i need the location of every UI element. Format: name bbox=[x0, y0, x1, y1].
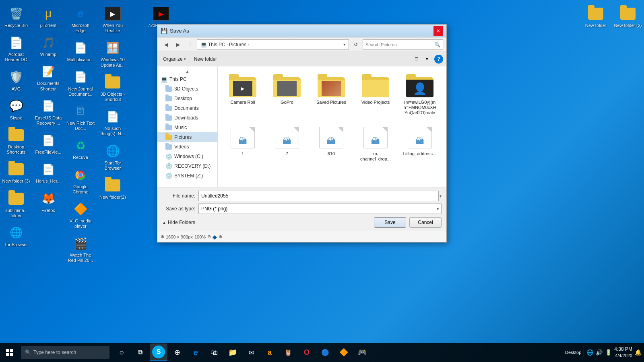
savetype-select[interactable]: PNG (*.png) ▾ bbox=[198, 204, 442, 214]
nav-pane: ▲ 💻 This PC 3D Objects Desktop bbox=[157, 66, 218, 187]
gopro-folder-icon bbox=[272, 74, 301, 98]
folder-3d-icon bbox=[165, 86, 172, 92]
dialog-statusbar: ⊕ 644 × 362px 100% ⊖ ◆ ⊕ bbox=[157, 231, 446, 242]
file-item-video-projects[interactable]: Video Projects bbox=[355, 71, 396, 119]
nav-item-recovery-d[interactable]: 💿 RECOVERY (D:) bbox=[157, 161, 217, 171]
folder-pictures-icon bbox=[165, 134, 172, 140]
address-dropdown[interactable]: ▾ bbox=[343, 42, 345, 47]
filename-dropdown[interactable]: ▾ bbox=[439, 194, 442, 198]
drive-d-icon: 💿 bbox=[165, 163, 172, 169]
image-7-icon: 🏔 bbox=[272, 125, 301, 150]
save-button[interactable]: Save bbox=[374, 217, 406, 228]
folder-music-icon bbox=[165, 124, 172, 131]
zoom-plus-btn[interactable]: ⊕ bbox=[219, 234, 222, 239]
status-dimensions: 644 × 362px bbox=[166, 234, 193, 239]
zoom-minus[interactable]: ⊕ bbox=[161, 234, 164, 239]
address-breadcrumb: 💻 This PC › Pictures › bbox=[200, 41, 249, 47]
refresh-button[interactable]: ↺ bbox=[351, 39, 361, 50]
search-input[interactable] bbox=[365, 42, 433, 47]
help-button[interactable]: ? bbox=[434, 55, 443, 64]
folder-desktop-icon bbox=[165, 95, 172, 102]
search-box[interactable]: 🔍 bbox=[363, 39, 443, 50]
savetype-label: Save as type: bbox=[162, 206, 198, 212]
filename-label: File name: bbox=[162, 193, 198, 199]
status-zoom-control: ⊕ 644 × 362px 100% ⊖ ◆ ⊕ bbox=[161, 234, 222, 240]
file-item-saved-pictures[interactable]: Saved Pictures bbox=[311, 71, 351, 119]
dialog-title-icon: 💾 bbox=[161, 28, 167, 34]
filename-input[interactable] bbox=[198, 191, 439, 201]
nav-item-this-pc[interactable]: 💻 This PC bbox=[157, 74, 217, 84]
file-item-gopro[interactable]: GoPro bbox=[267, 71, 307, 119]
file-item-7[interactable]: 🏔 7 bbox=[267, 123, 307, 165]
image-ko-channel-icon: 🏔 bbox=[361, 125, 390, 150]
file-item-camera-roll[interactable]: ▶ Camera Roll bbox=[223, 71, 263, 119]
organize-button[interactable]: Organize ▾ bbox=[161, 55, 188, 63]
folder-downloads-icon bbox=[165, 115, 172, 121]
savetype-row: Save as type: PNG (*.png) ▾ bbox=[162, 204, 442, 214]
address-this-pc: This PC bbox=[208, 42, 225, 47]
file-item-m-ewlg0y[interactable]: 👤 (m=ewlLG0y)(m h=FMNOM0cXH YnQa42O)male bbox=[400, 71, 440, 119]
nav-item-windows-c[interactable]: 💿 Windows (C:) bbox=[157, 152, 217, 161]
address-pictures: Pictures bbox=[229, 42, 246, 47]
dialog-title-text: Save As bbox=[170, 28, 431, 34]
dialog-titlebar: 💾 Save As ✕ bbox=[157, 25, 446, 37]
nav-item-music[interactable]: Music bbox=[157, 123, 217, 132]
folder-documents-icon bbox=[165, 105, 172, 111]
nav-item-downloads[interactable]: Downloads bbox=[157, 113, 217, 123]
nav-scroll-up[interactable]: ▲ bbox=[157, 68, 217, 74]
nav-item-documents[interactable]: Documents bbox=[157, 103, 217, 113]
dialog-overlay: 💾 Save As ✕ ◀ ▶ ↑ 💻 This PC › Pictures › bbox=[0, 0, 644, 362]
file-area: ▶ Camera Roll bbox=[218, 66, 446, 187]
dialog-action-bar: Organize ▾ New folder ☰ ▾ ? bbox=[157, 52, 446, 66]
view-list-button[interactable]: ☰ bbox=[412, 54, 421, 64]
view-dropdown-button[interactable]: ▾ bbox=[422, 54, 432, 64]
desktop: 🗑️ Recycle Bin 📄 Acrobat Reader DC 🛡️ AV… bbox=[0, 0, 644, 362]
dialog-content: ▲ 💻 This PC 3D Objects Desktop bbox=[157, 66, 446, 187]
dialog-buttons: ▲ Hide Folders Save Cancel bbox=[162, 217, 442, 228]
back-button[interactable]: ◀ bbox=[161, 39, 171, 50]
file-item-ko-channel[interactable]: 🏔 ko-channel_drop... bbox=[355, 123, 396, 165]
camera-roll-folder-icon: ▶ bbox=[228, 74, 257, 98]
computer-icon: 💻 bbox=[161, 76, 167, 82]
forward-button[interactable]: ▶ bbox=[173, 39, 183, 50]
status-zoom-pct: 100% bbox=[194, 234, 206, 239]
folder-videos-icon bbox=[165, 144, 172, 150]
image-610-icon: 🏔 bbox=[317, 125, 346, 150]
dialog-close-button[interactable]: ✕ bbox=[433, 26, 443, 36]
cancel-button[interactable]: Cancel bbox=[409, 217, 442, 228]
file-grid: ▶ Camera Roll bbox=[221, 70, 443, 166]
file-item-610[interactable]: 🏔 610 bbox=[311, 123, 351, 165]
nav-item-system-z[interactable]: 💿 SYSTEM (Z:) bbox=[157, 171, 217, 181]
view-options: ☰ ▾ bbox=[412, 54, 432, 64]
file-item-1[interactable]: 🏔 1 bbox=[223, 123, 263, 165]
zoom-minus-btn[interactable]: ⊖ bbox=[207, 234, 211, 239]
savetype-value: PNG (*.png) bbox=[201, 206, 227, 212]
nav-item-3d-objects[interactable]: 3D Objects bbox=[157, 84, 217, 94]
drive-z-icon: 💿 bbox=[165, 173, 172, 179]
image-1-icon: 🏔 bbox=[228, 125, 257, 150]
address-bar[interactable]: 💻 This PC › Pictures › ▾ bbox=[197, 39, 349, 50]
up-button[interactable]: ↑ bbox=[185, 39, 195, 50]
zoom-slider[interactable]: ◆ bbox=[213, 234, 217, 240]
nav-item-desktop[interactable]: Desktop bbox=[157, 94, 217, 103]
file-item-billing[interactable]: 🏔 billing_address... bbox=[400, 123, 440, 165]
drive-c-icon: 💿 bbox=[165, 153, 172, 160]
m-ewlg0y-folder-icon: 👤 bbox=[405, 74, 434, 98]
saved-pictures-folder-icon bbox=[317, 74, 346, 98]
save-as-dialog: 💾 Save As ✕ ◀ ▶ ↑ 💻 This PC › Pictures › bbox=[157, 24, 447, 243]
hide-folders-link[interactable]: ▲ Hide Folders bbox=[162, 220, 371, 225]
filename-row: File name: ▾ bbox=[162, 191, 442, 201]
savetype-dropdown-arrow: ▾ bbox=[437, 207, 439, 211]
nav-item-videos[interactable]: Videos bbox=[157, 142, 217, 152]
new-folder-button[interactable]: New folder bbox=[191, 55, 220, 63]
nav-item-pictures[interactable]: Pictures bbox=[157, 132, 217, 142]
image-billing-icon: 🏔 bbox=[405, 125, 434, 150]
dialog-toolbar: ◀ ▶ ↑ 💻 This PC › Pictures › ▾ ↺ 🔍 bbox=[157, 37, 446, 52]
video-projects-folder-icon bbox=[361, 74, 390, 98]
dialog-bottom: File name: ▾ Save as type: PNG (*.png) ▾… bbox=[157, 187, 446, 231]
